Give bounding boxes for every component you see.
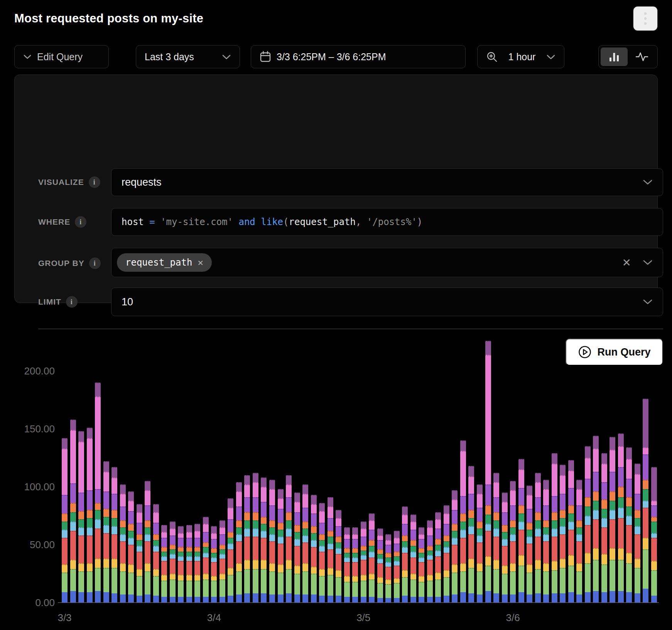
bar-stack-32[interactable] — [328, 497, 333, 603]
bar-stack-51[interactable] — [485, 341, 491, 603]
bar-stack-16[interactable] — [194, 524, 200, 603]
bar-stack-3[interactable] — [87, 428, 93, 603]
bar-stack-5[interactable] — [103, 461, 109, 603]
bar-stack-66[interactable] — [610, 437, 615, 603]
bar-segment — [427, 527, 433, 535]
bar-stack-6[interactable] — [111, 467, 117, 603]
bar-stack-7[interactable] — [120, 484, 126, 603]
bar-stack-46[interactable] — [444, 505, 449, 603]
bar-stack-58[interactable] — [543, 480, 549, 603]
bar-stack-67[interactable] — [618, 434, 624, 603]
bar-segment — [535, 537, 541, 560]
bar-stack-42[interactable] — [410, 515, 416, 603]
bar-stack-50[interactable] — [477, 484, 483, 603]
bar-stack-56[interactable] — [527, 486, 532, 603]
bar-stack-1[interactable] — [70, 420, 76, 603]
bar-segment — [103, 525, 109, 533]
bar-stack-14[interactable] — [178, 526, 184, 603]
bar-stack-52[interactable] — [493, 473, 499, 603]
bar-stack-44[interactable] — [427, 520, 433, 603]
bar-stack-20[interactable] — [228, 498, 233, 603]
bar-segment — [427, 555, 433, 560]
bar-stack-35[interactable] — [352, 527, 358, 603]
bar-stack-30[interactable] — [311, 495, 317, 603]
bar-segment — [103, 533, 109, 559]
bar-segment — [560, 475, 566, 494]
bar-stack-8[interactable] — [128, 491, 134, 603]
bar-stack-48[interactable] — [460, 440, 466, 603]
bar-stack-33[interactable] — [336, 510, 341, 603]
bar-stack-11[interactable] — [153, 504, 159, 603]
bar-stack-28[interactable] — [294, 493, 300, 603]
bar-stack-45[interactable] — [435, 512, 441, 603]
bar-segment — [62, 564, 68, 572]
bar-stack-29[interactable] — [302, 484, 308, 603]
bar-stack-2[interactable] — [78, 431, 84, 603]
bar-segment — [369, 557, 375, 574]
bar-segment — [510, 520, 516, 527]
bar-stack-17[interactable] — [203, 517, 209, 603]
bar-stack-18[interactable] — [211, 526, 217, 603]
bar-stack-39[interactable] — [385, 534, 391, 603]
bar-stack-36[interactable] — [361, 522, 366, 603]
bar-segment — [161, 556, 167, 561]
bar-segment — [336, 548, 341, 554]
bar-stack-47[interactable] — [452, 490, 458, 603]
bar-segment — [361, 597, 366, 603]
bar-stack-43[interactable] — [419, 527, 424, 603]
bar-stack-69[interactable] — [635, 464, 640, 603]
bar-segment — [194, 524, 200, 531]
bar-stack-63[interactable] — [585, 446, 591, 603]
bar-stack-22[interactable] — [244, 475, 250, 603]
bar-segment — [228, 498, 233, 508]
bar-segment — [552, 561, 557, 570]
bar-stack-21[interactable] — [236, 482, 242, 603]
bar-stack-65[interactable] — [601, 453, 607, 603]
bar-stack-64[interactable] — [593, 436, 599, 603]
bar-segment — [485, 515, 491, 524]
bar-stack-37[interactable] — [369, 513, 375, 603]
bar-stack-13[interactable] — [170, 522, 176, 603]
bar-stack-61[interactable] — [568, 460, 574, 603]
bar-stack-24[interactable] — [261, 478, 267, 603]
bar-stack-15[interactable] — [186, 525, 192, 603]
bar-stack-4[interactable] — [95, 383, 101, 603]
bar-segment — [344, 582, 350, 597]
bar-segment — [244, 537, 250, 560]
bar-stack-31[interactable] — [319, 503, 325, 603]
bar-segment — [410, 552, 416, 557]
bar-stack-62[interactable] — [576, 480, 582, 603]
bar-stack-0[interactable] — [62, 438, 68, 603]
bar-segment — [70, 522, 76, 531]
bar-segment — [585, 516, 591, 525]
bar-stack-60[interactable] — [560, 465, 566, 603]
bar-stack-27[interactable] — [286, 475, 292, 603]
bar-segment — [336, 518, 341, 526]
bar-stack-59[interactable] — [552, 453, 557, 603]
bar-stack-34[interactable] — [344, 527, 350, 603]
bar-stack-68[interactable] — [626, 447, 632, 603]
bar-stack-26[interactable] — [278, 489, 284, 603]
bar-segment — [635, 568, 640, 593]
bar-stack-25[interactable] — [269, 480, 275, 603]
bar-segment — [336, 570, 341, 577]
bar-stack-71[interactable] — [651, 467, 657, 603]
bar-stack-41[interactable] — [402, 506, 408, 603]
bar-stack-19[interactable] — [219, 520, 225, 603]
bar-stack-49[interactable] — [468, 466, 474, 603]
bar-stack-9[interactable] — [137, 504, 142, 603]
bar-stack-57[interactable] — [535, 473, 541, 603]
bar-stack-23[interactable] — [253, 473, 258, 603]
bar-stack-38[interactable] — [377, 528, 383, 603]
bar-stack-70[interactable] — [643, 399, 648, 603]
bar-segment — [203, 557, 209, 574]
bar-segment — [261, 502, 267, 517]
bar-segment — [485, 484, 491, 505]
bar-stack-53[interactable] — [502, 493, 508, 603]
bar-segment — [294, 594, 300, 603]
bar-stack-10[interactable] — [145, 481, 150, 603]
bar-stack-54[interactable] — [510, 481, 516, 603]
bar-stack-40[interactable] — [394, 531, 400, 603]
bar-stack-12[interactable] — [161, 525, 167, 603]
bar-stack-55[interactable] — [518, 459, 524, 603]
